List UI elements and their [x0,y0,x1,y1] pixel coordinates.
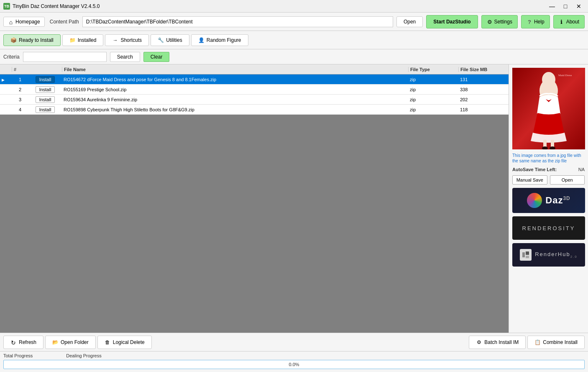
progress-labels: Total Progress Dealing Progress [3,353,585,358]
tab-ready-label: Ready to Install [19,37,54,43]
row-install-cell: Install [28,106,62,113]
nav-tabs: Ready to Install Installed Shortcuts Uti… [0,31,588,49]
content-path-input[interactable] [82,16,393,27]
app-icon: TB [3,3,10,10]
row-filename: RO159634 Aurelinka 9 Feminine.zip [62,97,408,102]
row-filesize: 202 [458,97,509,102]
table-row[interactable]: 3 Install RO159634 Aurelinka 9 Feminine.… [0,95,509,105]
col-num: # [12,67,28,72]
renderhub-text: RenderHub2.0 [535,251,578,259]
maximize-button[interactable]: □ [560,2,571,11]
col-filetype: File Type [408,67,458,72]
svg-rect-11 [526,251,529,255]
open-button[interactable]: Open [396,16,423,27]
install-button[interactable]: Install [36,96,55,103]
row-install-cell: Install [28,96,62,103]
logical-delete-button[interactable]: Logical Delete [97,336,152,349]
row-filetype: zip [408,97,458,102]
install-button[interactable]: Install [36,106,55,113]
search-input[interactable] [23,52,107,62]
table-body: 1 Install RO154672 dForce Maid Dress and… [0,74,509,115]
batch-install-label: Batch Install IM [484,339,519,345]
preview-svg: Maid Dress [512,68,585,149]
install-button[interactable]: Install [36,76,55,83]
table-header: # File Name File Type File Size MB [0,64,509,74]
row-arrow [0,77,12,82]
close-button[interactable]: ✕ [573,2,585,11]
folder-icon [69,37,75,43]
person-icon [198,37,204,43]
svg-text:Maid Dress: Maid Dress [558,74,572,77]
batch-icon [476,339,482,345]
main-content: # File Name File Type File Size MB 1 Ins… [0,64,588,333]
homepage-button[interactable]: Homepage [3,17,45,27]
combine-icon [534,339,540,345]
settings-label: Settings [494,19,512,25]
daz3d-logo[interactable]: Daz3D [512,188,585,213]
refresh-label: Refresh [19,339,36,345]
tab-shortcuts[interactable]: Shortcuts [105,34,149,46]
clear-button[interactable]: Clear [143,52,170,62]
row-install-cell: Install [28,76,62,83]
settings-button[interactable]: Settings [481,15,518,28]
table-area: # File Name File Type File Size MB 1 Ins… [0,64,509,333]
about-button[interactable]: About [553,15,585,28]
daz3d-sphere [527,193,542,208]
right-panel: Maid Dress This image comes from a jpg f… [509,64,588,333]
top-toolbar: Homepage Content Path Open Start DazStud… [0,13,588,31]
svg-rect-10 [522,252,525,257]
combine-install-label: Combine Install [543,339,578,345]
tab-random-figure[interactable]: Random Figure [191,34,248,46]
row-num: 1 [12,77,28,82]
renderhub-logo[interactable]: RenderHub2.0 [512,243,585,267]
homepage-label: Homepage [15,19,40,25]
row-filetype: zip [408,107,458,112]
title-bar-controls: — □ ✕ [546,2,585,11]
tab-utilities-label: Utilities [166,37,182,43]
combine-install-button[interactable]: Combine Install [527,336,585,349]
batch-install-button[interactable]: Batch Install IM [469,336,526,349]
tab-utilities[interactable]: Utilities [151,34,189,46]
progress-bar-container: 0.0% [3,360,585,369]
preview-image: Maid Dress [512,68,585,149]
renderosity-logo[interactable]: RENDEROSITY [512,216,585,240]
open-save-button[interactable]: Open [550,175,585,185]
table-row[interactable]: 2 Install RO155169 Prestige School.zip z… [0,85,509,95]
install-button[interactable]: Install [36,86,55,93]
renderosity-text: RENDEROSITY [522,225,575,231]
refresh-icon [10,339,16,345]
table-row[interactable]: 1 Install RO154672 dForce Maid Dress and… [0,74,509,85]
about-label: About [566,19,579,25]
col-filename: File Name [62,67,408,72]
content-path-label: Content Path [50,19,79,25]
refresh-button[interactable]: Refresh [3,336,43,349]
tab-ready-to-install[interactable]: Ready to Install [3,34,61,46]
row-filename: RO154672 dForce Maid Dress and pose for … [62,77,408,82]
start-dazstudio-button[interactable]: Start DazStudio [426,15,478,28]
progress-text: 0.0% [289,362,299,367]
wrench-icon [158,37,164,43]
progress-area: Total Progress Dealing Progress 0.0% [0,351,588,372]
row-num: 4 [12,107,28,112]
image-caption: This image comes from a jpg file with th… [512,153,585,164]
svg-rect-12 [526,256,529,258]
row-num: 2 [12,87,28,92]
question-icon [527,19,532,25]
table-row[interactable]: 4 Install RO159898 Cyberpunk Thigh High … [0,105,509,115]
gear-icon [487,19,493,25]
open-folder-icon [52,339,58,345]
dealing-progress-label: Dealing Progress [66,353,101,358]
tab-installed-label: Installed [78,37,97,43]
search-button[interactable]: Search [110,52,140,62]
tab-installed[interactable]: Installed [62,34,104,46]
autosave-value: NA [578,167,585,172]
home-icon [8,19,14,25]
logical-delete-label: Logical Delete [113,339,145,345]
open-folder-button[interactable]: Open Folder [45,336,96,349]
manual-save-button[interactable]: Manual Save [512,175,547,185]
help-button[interactable]: Help [521,15,550,28]
app-title: TinyBin Daz Content Manager V2.4.5.0 [13,3,100,9]
box-icon [10,37,16,43]
minimize-button[interactable]: — [546,2,558,11]
delete-icon [105,339,110,345]
